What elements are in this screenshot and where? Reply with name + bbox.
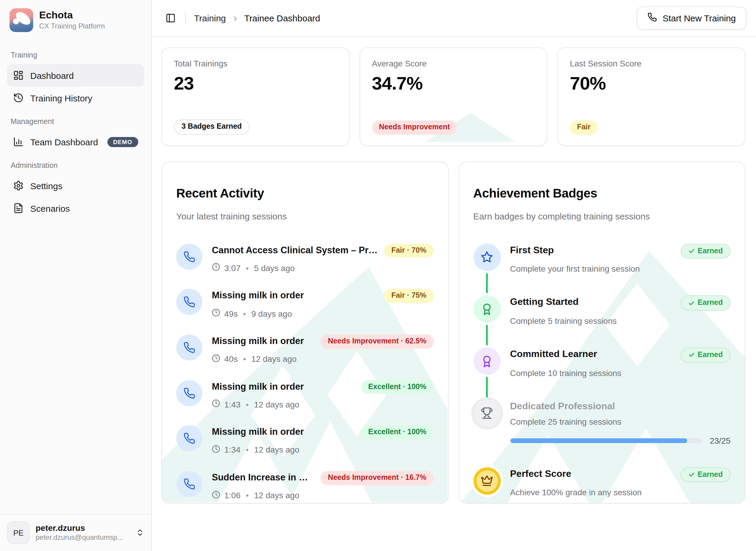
stat-card-average-score: Average Score 34.7% Needs Improvement	[359, 47, 547, 146]
earned-badge: Earned	[680, 348, 731, 363]
medal-icon	[473, 296, 500, 323]
cards-row: Recent Activity Your latest training ses…	[161, 161, 745, 504]
star-icon	[473, 244, 500, 271]
check-icon	[688, 300, 695, 307]
activity-list: Cannot Access Clinical System – Practi..…	[176, 244, 433, 501]
user-email: peter.dzurus@quantumsp...	[36, 533, 130, 542]
clock-icon	[212, 400, 220, 410]
progress-bar	[510, 438, 703, 443]
breadcrumb-training[interactable]: Training	[194, 13, 226, 23]
activity-ago: 5 days ago	[254, 263, 295, 273]
sidebar-item-dashboard[interactable]: Dashboard	[7, 64, 144, 87]
badge-row-getting-started: Getting Started Earned Complete 5 traini…	[473, 296, 731, 326]
clock-icon	[212, 354, 220, 364]
clock-icon	[212, 445, 220, 455]
activity-row[interactable]: Cannot Access Clinical System – Practi..…	[176, 244, 433, 273]
sidebar: Echota CX Training Platform Training Das…	[0, 0, 152, 551]
badge-connector	[486, 376, 487, 399]
nav-section-training: Training	[7, 43, 144, 64]
nav-section-administration: Administration	[7, 153, 144, 174]
badge-description: Complete your first training session	[510, 264, 731, 274]
activity-score-badge: Needs Improvement · 16.7%	[321, 471, 433, 485]
stat-value: 70%	[570, 73, 733, 94]
sidebar-item-label: Dashboard	[30, 70, 74, 80]
badge-title: Dedicated Professional	[510, 400, 731, 411]
topbar-divider	[185, 12, 186, 25]
badge-connector	[486, 324, 487, 347]
activity-row[interactable]: Sudden Increase in Gas... Needs Improvem…	[176, 471, 433, 500]
activity-ago: 12 days ago	[251, 354, 297, 364]
app-root: Echota CX Training Platform Training Das…	[0, 0, 756, 551]
progress-fill	[510, 438, 687, 443]
activity-row[interactable]: Missing milk in order Excellent · 100% 1…	[176, 426, 433, 455]
activity-row[interactable]: Missing milk in order Needs Improvement …	[176, 335, 433, 364]
breadcrumb: Training Trainee Dashboard	[194, 13, 320, 23]
badge-row-perfect-score: Perfect Score Earned Achieve 100% grade …	[473, 467, 731, 497]
badge-list: First Step Earned Complete your first tr…	[473, 244, 731, 497]
badge-progress: 23/25	[510, 436, 731, 445]
badge-description: Complete 10 training sessions	[510, 368, 731, 378]
earned-badge: Earned	[680, 467, 731, 482]
content: Total Trainings 23 3 Badges Earned Avera…	[152, 37, 756, 551]
history-icon	[13, 92, 24, 103]
card-title: Achievement Badges	[473, 186, 731, 201]
demo-badge: DEMO	[107, 137, 138, 147]
brand-tagline: CX Training Platform	[39, 23, 105, 31]
activity-title: Missing milk in order	[212, 335, 315, 347]
activity-title: Sudden Increase in Gas...	[212, 471, 315, 483]
avatar: PE	[7, 521, 30, 544]
gear-icon	[13, 180, 24, 191]
badge-description: Achieve 100% grade in any session	[510, 488, 731, 497]
start-new-training-button[interactable]: Start New Training	[637, 7, 747, 30]
activity-ago: 12 days ago	[254, 491, 299, 500]
progress-label: 23/25	[710, 436, 731, 445]
activity-ago: 12 days ago	[254, 445, 299, 455]
stats-row: Total Trainings 23 3 Badges Earned Avera…	[161, 47, 745, 146]
crown-icon	[473, 467, 500, 494]
badge-row-first-step: First Step Earned Complete your first tr…	[473, 244, 731, 274]
phone-icon	[176, 244, 203, 270]
activity-duration: 1:43	[224, 400, 241, 409]
activity-ago: 9 days ago	[251, 309, 292, 318]
user-menu[interactable]: PE peter.dzurus peter.dzurus@quantumsp..…	[0, 514, 151, 551]
check-icon	[688, 352, 695, 359]
document-icon	[13, 203, 24, 213]
phone-icon	[176, 380, 203, 406]
phone-icon	[647, 12, 657, 24]
sidebar-item-label: Team Dashboard	[30, 137, 98, 147]
card-subtitle: Earn badges by completing training sessi…	[473, 211, 731, 221]
badge-title: Getting Started	[510, 296, 674, 308]
phone-icon	[176, 335, 203, 361]
brand-name: Echota	[39, 10, 105, 21]
badge-row-committed-learner: Committed Learner Earned Complete 10 tra…	[473, 348, 731, 378]
card-title: Recent Activity	[176, 186, 433, 201]
sidebar-toggle-button[interactable]	[161, 9, 179, 27]
medal-icon	[473, 348, 500, 375]
sidebar-item-team-dashboard[interactable]: Team Dashboard DEMO	[7, 130, 144, 153]
activity-duration: 1:34	[224, 445, 241, 455]
badge-title: Perfect Score	[510, 467, 674, 479]
activity-duration: 49s	[224, 309, 238, 318]
activity-duration: 40s	[224, 354, 238, 364]
stat-label: Average Score	[372, 59, 535, 68]
activity-score-badge: Excellent · 100%	[361, 426, 433, 440]
sidebar-item-settings[interactable]: Settings	[7, 174, 144, 197]
stat-card-total-trainings: Total Trainings 23 3 Badges Earned	[161, 47, 349, 146]
dashboard-grid-icon	[13, 70, 24, 81]
activity-row[interactable]: Missing milk in order Fair · 75% 49s • 9…	[176, 289, 433, 319]
activity-duration: 1:06	[224, 491, 241, 500]
sidebar-item-training-history[interactable]: Training History	[7, 87, 144, 109]
activity-title: Missing milk in order	[212, 289, 378, 301]
badges-earned-badge: 3 Badges Earned	[174, 119, 250, 135]
fair-badge: Fair	[570, 121, 598, 135]
activity-score-badge: Needs Improvement · 62.5%	[321, 335, 433, 349]
achievement-badges-card: Achievement Badges Earn badges by comple…	[458, 161, 745, 504]
activity-row[interactable]: Missing milk in order Excellent · 100% 1…	[176, 380, 433, 409]
sidebar-item-scenarios[interactable]: Scenarios	[7, 197, 144, 219]
sidebar-item-label: Training History	[30, 93, 92, 103]
nav-section-management: Management	[7, 109, 144, 130]
activity-ago: 12 days ago	[254, 400, 299, 409]
user-name: peter.dzurus	[36, 523, 130, 534]
badge-row-dedicated-professional: Dedicated Professional Complete 25 train…	[473, 400, 731, 445]
earned-badge: Earned	[680, 296, 731, 311]
